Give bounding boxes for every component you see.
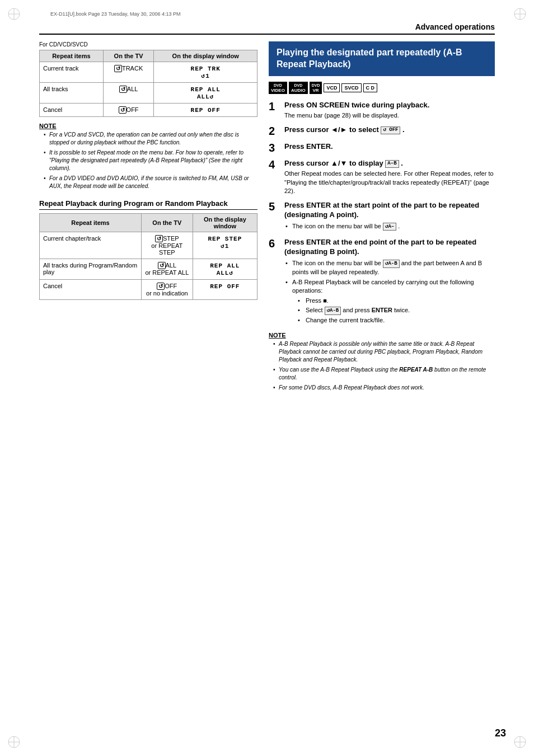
badge-dvd-vr: DVDVR [310,82,322,94]
cd-table-header-2: On the TV [103,50,154,62]
format-badges: DVDVIDEO DVDAUDIO DVDVR VCD SVCD C D [269,82,495,94]
tv-icon: ↺ [158,262,166,269]
step-4-sub: Other Repeat modes can be selected here.… [284,170,495,195]
right-note-section: NOTE A-B Repeat Playback is possible onl… [269,332,495,392]
prog-row2-display: REP ALLALL↺ [193,259,257,280]
step-4-heading: Press cursor ▲/▼ to display A–B . [284,159,495,168]
tv-icon: ↺ [155,235,163,242]
tv-icon: ↺ [119,106,127,114]
tv-icon: ↺ [119,86,127,93]
file-info: EX-D11[U].book Page 23 Tuesday, May 30, … [50,11,517,17]
cd-note-list: For a VCD and SVCD, the operation can be… [39,131,257,190]
tv-icon: ↺ [157,283,165,290]
table-row: All tracks during Program/Random play ↺A… [40,259,257,280]
step-1-content: Press ON SCREEN twice during playback. T… [284,101,495,120]
cd-row2-display: REP ALLALL↺ [154,83,257,104]
sub-bullet-list: Press ■. Select ↺A-B and press ENTER twi… [292,297,495,325]
prog-table-header-1: Repeat items [40,214,142,232]
step-4-content: Press cursor ▲/▼ to display A–B . Other … [284,159,495,195]
left-column: For CD/VCD/SVCD Repeat items On the TV O… [39,41,257,394]
cd-row3-tv: ↺OFF [103,104,154,117]
step-6: 6 Press ENTER at the end point of the pa… [269,238,495,326]
cd-table-header-1: Repeat items [40,50,104,62]
badge-svcd: SVCD [341,83,361,92]
cd-row1-display: REP TRK↺1 [154,62,257,83]
step-6-heading: Press ENTER at the end point of the part… [284,238,495,257]
sub-bullet-item: Change the current track/file. [298,316,495,325]
cd-table-header-3: On the display window [154,50,257,62]
tv-icon: ↺ [114,65,122,72]
note-item: It is possible to set Repeat mode on the… [44,149,257,172]
prog-table-header-3: On the display window [193,214,257,232]
badge-cd: C D [363,83,378,92]
enter-bold: ENTER [372,307,392,313]
steps-container: 1 Press ON SCREEN twice during playback.… [269,101,495,326]
step-2-content: Press cursor ◄/► to select ↺ OFF . [284,125,495,135]
step-5-bullets: The icon on the menu bar will be ↺A– . [284,222,495,231]
cd-row1-item: Current track [40,62,104,83]
cd-section-label: For CD/VCD/SVCD [39,41,257,48]
display-text: REP OFF [191,107,221,114]
step-3-content: Press ENTER. [284,142,495,152]
step-6-content: Press ENTER at the end point of the part… [284,238,495,326]
select-ab-icon: ↺A-B [325,307,341,315]
step-1-number: 1 [269,101,280,112]
prog-row1-tv: ↺STEPor REPEAT STEP [141,232,193,259]
badge-dvd-audio: DVDAUDIO [289,82,308,94]
page-container: EX-D11[U].book Page 23 Tuesday, May 30, … [0,0,534,756]
step-2-heading: Press cursor ◄/► to select ↺ OFF . [284,125,495,135]
off-icon: ↺ OFF [381,126,400,134]
step-6-bullets: The icon on the menu bar will be ↺A-B an… [284,259,495,325]
step-3: 3 Press ENTER. [269,142,495,153]
bold-text: REPEAT A-B [399,367,433,373]
ab-repeat-icon: ↺A-B [383,260,400,268]
bullet-item: The icon on the menu bar will be ↺A-B an… [284,259,495,276]
cd-row2-tv: ↺ALL [103,83,154,104]
display-text: REP STEP↺1 [208,236,242,250]
step-1: 1 Press ON SCREEN twice during playback.… [269,101,495,120]
prog-row2-tv: ↺ALLor REPEAT ALL [141,259,193,280]
page-header-title: Advanced operations [415,22,495,31]
note-item: A-B Repeat Playback is possible only wit… [273,340,495,364]
cd-row3-item: Cancel [40,104,104,117]
table-row: Cancel ↺OFFor no indication REP OFF [40,280,257,300]
step-5-number: 5 [269,201,280,212]
bullet-item: The icon on the menu bar will be ↺A– . [284,222,495,231]
step-4-number: 4 [269,159,280,170]
cd-note-section: NOTE For a VCD and SVCD, the operation c… [39,123,257,190]
right-note-list: A-B Repeat Playback is possible only wit… [269,340,495,392]
prog-row1-display: REP STEP↺1 [193,232,257,259]
page-header: Advanced operations [39,22,495,35]
badge-dvd-video: DVDVIDEO [269,82,287,94]
subsection-title: Repeat Playback during Program or Random… [39,199,257,210]
display-text: REP ALLALL↺ [191,86,221,100]
note-item: For a DVD VIDEO and DVD AUDIO, if the so… [44,175,257,190]
table-row: Current chapter/track ↺STEPor REPEAT STE… [40,232,257,259]
note-item: For a VCD and SVCD, the operation can be… [44,131,257,147]
table-row: Cancel ↺OFF REP OFF [40,104,257,117]
step-2: 2 Press cursor ◄/► to select ↺ OFF . [269,125,495,137]
content-area: For CD/VCD/SVCD Repeat items On the TV O… [39,41,495,394]
table-row: Current track ↺TRACK REP TRK↺1 [40,62,257,83]
step-3-heading: Press ENTER. [284,142,495,152]
cd-row1-tv: ↺TRACK [103,62,154,83]
sub-bullet-item: Press ■. [298,297,495,305]
section-title-box: Playing the designated part repeatedly (… [269,41,495,76]
cd-table: Repeat items On the TV On the display wi… [39,50,257,117]
right-note-title: NOTE [269,332,495,339]
badge-vcd: VCD [324,83,340,92]
step-1-heading: Press ON SCREEN twice during playback. [284,101,495,110]
step-1-sub: The menu bar (page 28) will be displayed… [284,111,495,120]
cd-row2-item: All tracks [40,83,104,104]
step-5: 5 Press ENTER at the start point of the … [269,201,495,232]
prog-row3-tv: ↺OFFor no indication [141,280,193,300]
prog-row2-item: All tracks during Program/Random play [40,259,142,280]
right-column: Playing the designated part repeatedly (… [269,41,495,394]
stop-symbol: ■ [323,297,327,304]
page-number: 23 [495,727,506,739]
prog-table-header-2: On the TV [141,214,193,232]
note-item: For some DVD discs, A-B Repeat Playback … [273,384,495,392]
step-5-content: Press ENTER at the start point of the pa… [284,201,495,232]
prog-row3-item: Cancel [40,280,142,300]
display-text: REP OFF [210,283,240,290]
